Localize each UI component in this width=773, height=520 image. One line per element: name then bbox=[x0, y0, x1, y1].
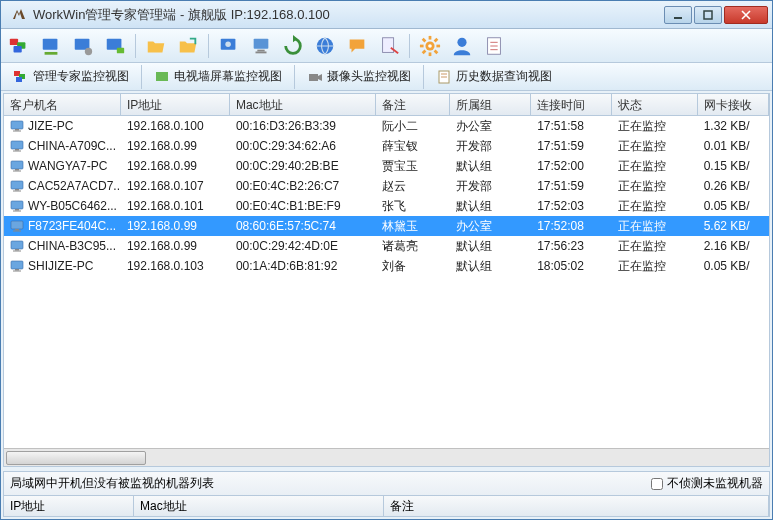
svg-rect-35 bbox=[156, 72, 168, 81]
cell: 办公室 bbox=[450, 116, 531, 137]
col-status[interactable]: 状态 bbox=[612, 94, 697, 115]
unmonitored-panel: 局域网中开机但没有被监视的机器列表 不侦测未监视机器 IP地址 Mac地址 备注 bbox=[3, 471, 770, 517]
bcol-mac[interactable]: Mac地址 bbox=[134, 496, 384, 516]
svg-rect-13 bbox=[257, 49, 264, 51]
globe-icon[interactable] bbox=[313, 34, 337, 58]
screen-arrow-icon[interactable] bbox=[39, 34, 63, 58]
table-row[interactable]: F8723FE404C...192.168.0.9908:60:6E:57:5C… bbox=[4, 216, 769, 236]
camera-icon bbox=[307, 69, 323, 85]
cell: 正在监控 bbox=[612, 196, 697, 217]
svg-rect-50 bbox=[15, 189, 19, 191]
svg-rect-55 bbox=[11, 221, 23, 229]
monitors-icon[interactable] bbox=[7, 34, 31, 58]
svg-rect-56 bbox=[15, 229, 19, 231]
refresh-icon[interactable] bbox=[281, 34, 305, 58]
grid-body[interactable]: JIZE-PC192.168.0.10000:16:D3:26:B3:39阮小二… bbox=[4, 116, 769, 448]
cell: CAC52A7ACD7... bbox=[4, 177, 121, 195]
svg-rect-59 bbox=[15, 249, 19, 251]
cell: CHINA-B3C95... bbox=[4, 237, 121, 255]
doc-send-icon[interactable] bbox=[377, 34, 401, 58]
tab-tvwall-view[interactable]: 电视墙屏幕监控视图 bbox=[148, 66, 288, 87]
user-icon[interactable] bbox=[450, 34, 474, 58]
grid-header: 客户机名 IP地址 Mac地址 备注 所属组 连接时间 状态 网卡接收 bbox=[4, 94, 769, 116]
tab-label: 电视墙屏幕监控视图 bbox=[174, 68, 282, 85]
no-detect-checkbox[interactable]: 不侦测未监视机器 bbox=[651, 475, 763, 492]
cell: WANGYA7-PC bbox=[4, 157, 121, 175]
table-row[interactable]: JIZE-PC192.168.0.10000:16:D3:26:B3:39阮小二… bbox=[4, 116, 769, 136]
table-row[interactable]: CAC52A7ACD7...192.168.0.10700:E0:4C:B2:2… bbox=[4, 176, 769, 196]
col-time[interactable]: 连接时间 bbox=[531, 94, 612, 115]
titlebar: WorkWin管理专家管理端 - 旗舰版 IP:192.168.0.100 bbox=[1, 1, 772, 29]
cell: 0.26 KB/ bbox=[698, 177, 769, 195]
close-button[interactable] bbox=[724, 6, 768, 24]
tab-label: 历史数据查询视图 bbox=[456, 68, 552, 85]
cell: 17:51:59 bbox=[531, 177, 612, 195]
svg-rect-54 bbox=[13, 211, 21, 212]
col-ip[interactable]: IP地址 bbox=[121, 94, 230, 115]
cell: 开发部 bbox=[450, 176, 531, 197]
svg-rect-36 bbox=[309, 74, 318, 81]
cell: 17:52:00 bbox=[531, 157, 612, 175]
svg-rect-52 bbox=[11, 201, 23, 209]
screen-capture-icon[interactable] bbox=[103, 34, 127, 58]
col-net[interactable]: 网卡接收 bbox=[698, 94, 769, 115]
checkbox-input[interactable] bbox=[651, 478, 663, 490]
table-row[interactable]: WY-B05C6462...192.168.0.10100:E0:4C:B1:B… bbox=[4, 196, 769, 216]
cell: 诸葛亮 bbox=[376, 236, 449, 257]
col-note[interactable]: 备注 bbox=[376, 94, 449, 115]
bcol-ip[interactable]: IP地址 bbox=[4, 496, 134, 516]
folder-open-icon[interactable] bbox=[144, 34, 168, 58]
doc-icon bbox=[436, 69, 452, 85]
doc-icon[interactable] bbox=[482, 34, 506, 58]
toolbar-separator bbox=[294, 65, 295, 89]
svg-rect-48 bbox=[13, 171, 21, 172]
cell: 192.168.0.99 bbox=[121, 157, 230, 175]
svg-rect-45 bbox=[13, 151, 21, 152]
table-row[interactable]: CHINA-B3C95...192.168.0.9900:0C:29:42:4D… bbox=[4, 236, 769, 256]
svg-rect-16 bbox=[383, 37, 394, 52]
minimize-button[interactable] bbox=[664, 6, 692, 24]
computer-icon[interactable] bbox=[249, 34, 273, 58]
svg-rect-5 bbox=[43, 38, 58, 49]
svg-rect-60 bbox=[13, 251, 21, 252]
col-group[interactable]: 所属组 bbox=[450, 94, 531, 115]
svg-rect-51 bbox=[13, 191, 21, 192]
cell: 贾宝玉 bbox=[376, 156, 449, 177]
table-row[interactable]: WANGYA7-PC192.168.0.9900:0C:29:40:2B:BE贾… bbox=[4, 156, 769, 176]
app-icon bbox=[11, 7, 27, 23]
chat-icon[interactable] bbox=[345, 34, 369, 58]
col-client-name[interactable]: 客户机名 bbox=[4, 94, 121, 115]
maximize-button[interactable] bbox=[694, 6, 722, 24]
toolbar-separator bbox=[409, 34, 410, 58]
svg-rect-57 bbox=[13, 231, 21, 232]
svg-rect-0 bbox=[674, 17, 682, 19]
cell: 5.62 KB/ bbox=[698, 217, 769, 235]
window-buttons bbox=[664, 6, 768, 24]
folder-export-icon[interactable] bbox=[176, 34, 200, 58]
cell: 0.05 KB/ bbox=[698, 197, 769, 215]
cell: 192.168.0.103 bbox=[121, 257, 230, 275]
table-row[interactable]: SHIJIZE-PC192.168.0.10300:1A:4D:6B:81:92… bbox=[4, 256, 769, 276]
scrollbar-thumb[interactable] bbox=[6, 451, 146, 465]
svg-rect-46 bbox=[11, 161, 23, 169]
bcol-note[interactable]: 备注 bbox=[384, 496, 769, 516]
screen-gear-icon[interactable] bbox=[71, 34, 95, 58]
gear-icon[interactable] bbox=[418, 34, 442, 58]
horizontal-scrollbar[interactable] bbox=[4, 448, 769, 466]
tab-history-view[interactable]: 历史数据查询视图 bbox=[430, 66, 558, 87]
tab-monitor-view[interactable]: 管理专家监控视图 bbox=[7, 66, 135, 87]
svg-rect-12 bbox=[254, 38, 269, 48]
cell: 赵云 bbox=[376, 176, 449, 197]
cell: SHIJIZE-PC bbox=[4, 257, 121, 275]
cell: 薛宝钗 bbox=[376, 136, 449, 157]
screen-remote-icon[interactable] bbox=[217, 34, 241, 58]
cell: 默认组 bbox=[450, 196, 531, 217]
table-row[interactable]: CHINA-A709C...192.168.0.9900:0C:29:34:62… bbox=[4, 136, 769, 156]
cell: 17:51:58 bbox=[531, 117, 612, 135]
client-grid: 客户机名 IP地址 Mac地址 备注 所属组 连接时间 状态 网卡接收 JIZE… bbox=[3, 93, 770, 467]
tab-camera-view[interactable]: 摄像头监控视图 bbox=[301, 66, 417, 87]
cell: 开发部 bbox=[450, 136, 531, 157]
col-mac[interactable]: Mac地址 bbox=[230, 94, 377, 115]
svg-rect-42 bbox=[13, 131, 21, 132]
view-tabs: 管理专家监控视图 电视墙屏幕监控视图 摄像头监控视图 历史数据查询视图 bbox=[1, 63, 772, 91]
